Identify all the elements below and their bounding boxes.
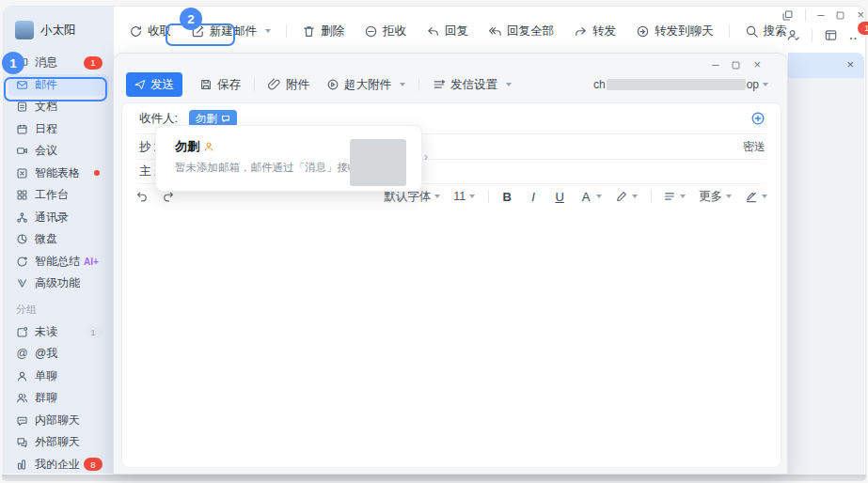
highlight-button[interactable] [615,190,638,203]
send-settings-button[interactable]: 发信设置 [433,77,512,93]
meeting-icon [16,145,28,157]
chevron-down-icon [506,83,512,86]
undo-button[interactable] [135,190,149,203]
group-section-header: 分组 [4,299,114,321]
sidebar-item-my-company[interactable]: 我的企业 8 [8,454,109,476]
send-button[interactable]: 发送 [126,72,182,97]
reply-icon [426,24,440,39]
sidebar-item-smart-sheet[interactable]: 智能表格 [8,163,109,185]
sidebar-item-at-me[interactable]: @ @我 [8,343,109,366]
annotation-box-mail [4,77,107,101]
chevron-down-icon [762,195,767,198]
ai-plus-tag: AI+ [84,257,99,267]
reject-button[interactable]: 拒收 [364,23,406,39]
divider [286,24,287,38]
divider [651,190,652,203]
sidebar-item-single-chat[interactable]: 单聊 [8,366,109,388]
divider [418,78,419,91]
chevron-down-icon [726,195,732,198]
sidebar-item-meeting[interactable]: 会议 [8,140,109,163]
company-badge: 8 [84,458,103,471]
bubble-icon [16,414,28,427]
sidebar-item-workbench[interactable]: 工作台 [8,184,109,207]
sheet-icon [16,167,28,179]
minimize-icon[interactable]: – [817,8,824,22]
align-button[interactable] [663,190,686,203]
person-icon [16,370,28,382]
reply-all-button[interactable]: 回复全部 [488,23,554,39]
italic-button[interactable]: I [527,190,540,204]
sidebar-item-contacts[interactable]: 通讯录 [8,207,109,229]
layout-icon[interactable] [824,28,838,42]
annotation-step-2: 2 [180,8,202,30]
sidebar-item-group-chat[interactable]: 群聊 [8,387,109,410]
signature-button[interactable] [745,190,767,203]
at-icon: @ [16,348,28,360]
avatar[interactable] [15,21,34,39]
underline-button[interactable]: U [553,190,566,204]
chevron-down-icon [763,83,768,86]
font-color-button[interactable]: A [579,190,602,204]
chevron-down-icon [265,29,271,33]
save-button[interactable]: 保存 [199,77,241,93]
sidebar-item-advanced[interactable]: 高级功能 [8,273,109,295]
sidebar-item-calendar[interactable]: 日程 [8,118,109,141]
maximize-icon[interactable] [835,10,845,21]
save-icon [199,78,213,91]
chevron-down-icon [596,195,602,198]
mail-tab-strip: × [788,53,864,78]
mail-panel-body [788,78,864,475]
bcc-link[interactable]: 密送 [743,139,765,155]
mail-body-editor[interactable] [122,209,781,467]
tooltip-avatar-placeholder [350,139,406,186]
forward-to-chat-button[interactable]: 转发到聊天 [636,23,714,39]
calendar-icon [16,123,28,135]
divider [805,8,806,22]
tab-close-icon[interactable]: × [846,58,854,70]
compose-minimize-icon[interactable]: – [712,58,718,71]
more-menu[interactable]: ..1 [849,29,858,42]
divider [729,24,730,38]
redo-button[interactable] [162,190,175,203]
grid-icon [16,189,28,201]
delete-button[interactable]: 删除 [302,23,344,39]
send-plane-icon [134,79,146,90]
sidebar-item-drive[interactable]: 微盘 [8,228,109,251]
attachment-button[interactable]: 附件 [268,77,309,93]
bold-button[interactable]: B [500,190,513,204]
forward-chat-icon [636,24,650,39]
add-recipient-icon[interactable] [750,111,765,126]
more-format-button[interactable]: 更多 [699,189,732,205]
sidebar-nav: 消息 1 邮件 文档 日程 会议 智能表格 工作台 [4,52,114,475]
search-button[interactable]: 搜索 [745,23,787,39]
refresh-icon [129,24,143,39]
messages-badge: 1 [84,56,103,70]
reply-all-icon [488,24,502,39]
more-badge: 1 [858,22,868,35]
search-icon [745,24,759,39]
org-tree-icon [16,211,28,224]
font-size-select[interactable]: 11 [453,190,475,203]
reply-button[interactable]: 回复 [426,23,468,39]
tooltip-expand-chevron[interactable]: › [424,150,428,164]
close-icon[interactable]: × [857,8,864,22]
contact-check-icon[interactable] [786,28,800,42]
forward-button[interactable]: 转发 [574,23,616,39]
popout-icon[interactable] [781,9,794,22]
large-attachment-button[interactable]: 超大附件 [326,77,405,93]
sidebar-item-external-chat[interactable]: 外部聊天 [8,431,109,454]
paperclip-icon [268,78,281,91]
document-icon [16,101,28,113]
user-profile[interactable]: 小太阳 [4,7,114,39]
sidebar-item-ai-summary[interactable]: 智能总结 AI+ [8,251,109,273]
compose-close-icon[interactable]: × [753,58,761,71]
signature-icon [745,190,758,203]
sidebar-item-internal-chat[interactable]: 内部聊天 [8,410,109,432]
sidebar-item-unread[interactable]: 未读 1 [8,321,109,344]
red-dot-indicator [94,170,100,176]
compose-maximize-icon[interactable] [731,60,741,70]
chevron-down-icon [632,195,638,198]
recipient-tooltip: 勿删 暂未添加邮箱，邮件通过「消息」接收 [155,125,422,192]
chip-chat-icon [221,114,230,123]
sender-selector[interactable]: ch op [593,78,768,91]
